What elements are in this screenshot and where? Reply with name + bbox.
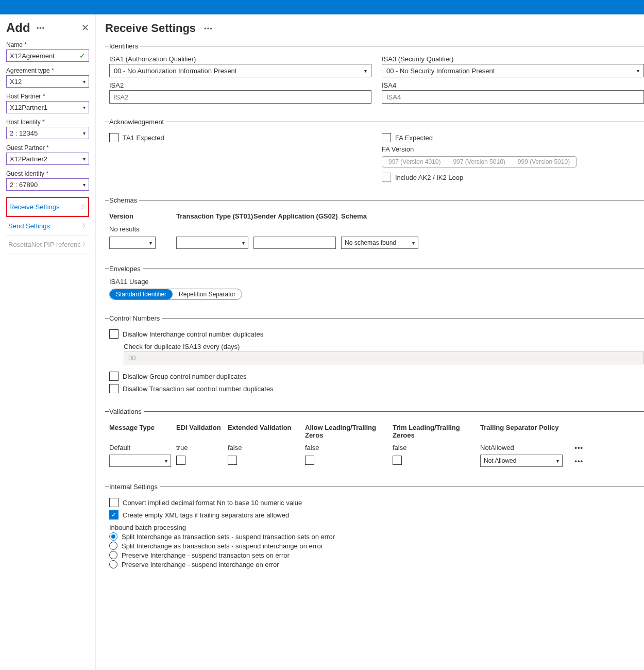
schema-transaction-select[interactable]: ▾ <box>176 237 248 249</box>
nav-rosettanet[interactable]: RosettaNet PIP referenc〉 <box>6 236 89 254</box>
guest-identity-select[interactable]: 2 : 67890▾ <box>6 178 89 191</box>
disallow-interchange-label: Disallow Interchange control number dupl… <box>123 330 263 338</box>
chevron-down-icon: ▾ <box>637 68 639 74</box>
left-title: Add <box>6 21 30 35</box>
val-trim-cb[interactable] <box>393 456 402 465</box>
batch-radio-4[interactable] <box>109 560 117 568</box>
isa2-label: ISA2 <box>109 81 371 89</box>
agreement-type-select[interactable]: X12▾ <box>6 75 89 88</box>
disallow-interchange-cb[interactable] <box>109 329 118 339</box>
chevron-down-icon: ▾ <box>83 79 86 85</box>
identifiers-section: Identifiers ISA1 (Authorization Qualifie… <box>105 42 644 111</box>
fa-v3[interactable]: 999 (Version 5010) <box>512 157 576 167</box>
batch-radio-1[interactable] <box>109 532 117 541</box>
schema-h-schema: Schema <box>341 212 423 220</box>
check-isa13-label: Check for duplicate ISA13 every (days) <box>124 343 644 350</box>
val-edi-cb[interactable] <box>176 456 185 465</box>
isa11-toggle[interactable]: Standard Identifier Repetition Separator <box>109 289 242 300</box>
schema-sender-input[interactable] <box>253 237 336 249</box>
batch-radio-2[interactable] <box>109 542 117 550</box>
disallow-group-cb[interactable] <box>109 372 118 381</box>
guest-identity-label: Guest Identity * <box>6 170 89 177</box>
isa11-standard[interactable]: Standard Identifier <box>110 289 173 299</box>
nav-receive-settings[interactable]: Receive Settings〉 <box>6 197 89 217</box>
chevron-right-icon: 〉 <box>82 241 88 248</box>
schema-h-version: Version <box>109 212 176 220</box>
guest-partner-label: Guest Partner * <box>6 144 89 152</box>
envelopes-legend: Envelopes <box>109 265 143 273</box>
batch-radio-3[interactable] <box>109 551 117 559</box>
guest-partner-select[interactable]: X12Partner2▾ <box>6 153 89 165</box>
more-icon[interactable]: ••• <box>202 25 215 32</box>
val-h-trim: Trim Leading/Trailing Zeroes <box>393 424 480 439</box>
top-bar <box>0 0 644 14</box>
chevron-right-icon: 〉 <box>81 203 87 211</box>
envelopes-section: Envelopes ISA11 Usage Standard Identifie… <box>105 265 644 307</box>
disallow-transaction-cb[interactable] <box>109 384 118 393</box>
host-partner-select[interactable]: X12Partner1▾ <box>6 101 89 113</box>
more-icon[interactable]: ••• <box>574 457 583 465</box>
more-icon[interactable]: ••• <box>574 444 583 451</box>
table-row: ▾ Not Allowed▾ ••• <box>109 453 644 468</box>
chevron-down-icon: ▾ <box>83 130 86 136</box>
val-h-pol: Trailing Separator Policy <box>480 424 573 439</box>
fa-version-label: FA Version <box>382 145 644 153</box>
chevron-right-icon: 〉 <box>82 222 88 230</box>
val-ext-cb[interactable] <box>228 456 237 465</box>
fa-checkbox[interactable] <box>382 133 391 142</box>
internal-legend: Internal Settings <box>109 483 160 491</box>
val-h-ext: Extended Validation <box>228 424 305 439</box>
val-h-allow: Allow Leading/Trailing Zeros <box>305 424 393 439</box>
schemas-legend: Schemas <box>109 196 139 204</box>
val-h-msg: Message Type <box>109 424 176 439</box>
isa3-select[interactable]: 00 - No Security Information Present▾ <box>382 64 644 77</box>
convert-decimal-cb[interactable] <box>109 498 118 507</box>
more-icon[interactable]: ••• <box>35 24 47 32</box>
control-legend: Control Numbers <box>109 314 162 322</box>
nav-send-settings[interactable]: Send Settings〉 <box>6 217 89 236</box>
isa11-repetition[interactable]: Repetition Separator <box>173 289 242 299</box>
isa1-select[interactable]: 00 - No Authorization Information Presen… <box>109 64 371 77</box>
ta1-checkbox[interactable] <box>109 133 118 142</box>
disallow-group-label: Disallow Group control number duplicates <box>123 373 247 380</box>
isa3-label: ISA3 (Security Qualifier) <box>382 55 644 63</box>
fa-label: FA Expected <box>395 134 433 142</box>
ta1-label: TA1 Expected <box>123 134 164 142</box>
schema-version-select[interactable]: ▾ <box>109 237 156 249</box>
schema-select[interactable]: No schemas found▾ <box>341 237 418 249</box>
internal-section: Internal Settings Convert implied decima… <box>105 483 644 576</box>
ak2-checkbox[interactable] <box>382 173 391 182</box>
schema-h-transaction: Transaction Type (ST01) <box>176 212 253 220</box>
chevron-down-icon: ▾ <box>83 156 86 162</box>
fa-v1[interactable]: 997 (Version 4010) <box>382 157 447 167</box>
host-partner-label: Host Partner * <box>6 93 89 100</box>
batch-label: Inbound batch processing <box>109 524 644 531</box>
agreement-type-label: Agreement type * <box>6 67 89 74</box>
schemas-section: Schemas Version Transaction Type (ST01) … <box>105 196 644 258</box>
validations-section: Validations Message Type EDI Validation … <box>105 408 644 476</box>
control-section: Control Numbers Disallow Interchange con… <box>105 314 644 400</box>
chevron-down-icon: ▾ <box>364 68 367 74</box>
host-identity-select[interactable]: 2 : 12345▾ <box>6 127 89 139</box>
isa4-input[interactable] <box>382 90 644 104</box>
close-icon[interactable]: ✕ <box>81 22 89 34</box>
create-xml-label: Create empty XML tags if trailing separa… <box>123 511 289 519</box>
host-identity-label: Host Identity * <box>6 119 89 126</box>
chevron-down-icon: ▾ <box>83 182 86 188</box>
create-xml-cb[interactable]: ✓ <box>109 510 118 520</box>
val-pol-select[interactable]: Not Allowed▾ <box>480 455 563 467</box>
left-panel: Add ••• ✕ Name * X12Agreement✓ Agreement… <box>0 14 96 670</box>
isa2-input[interactable] <box>109 90 371 104</box>
main-title: Receive Settings <box>105 22 196 35</box>
val-h-edi: EDI Validation <box>176 424 228 439</box>
ak2-label: Include AK2 / IK2 Loop <box>395 174 463 181</box>
check-icon: ✓ <box>79 52 86 60</box>
schema-h-sender: Sender Application (GS02) <box>253 212 341 220</box>
isa4-label: ISA4 <box>382 81 644 89</box>
val-allow-cb[interactable] <box>305 456 314 465</box>
val-msg-select[interactable]: ▾ <box>109 455 171 467</box>
fa-version-group[interactable]: 997 (Version 4010) 997 (Version 5010) 99… <box>382 156 577 167</box>
fa-v2[interactable]: 997 (Version 5010) <box>447 157 511 167</box>
validations-legend: Validations <box>109 408 144 415</box>
name-input[interactable]: X12Agreement✓ <box>6 49 89 62</box>
